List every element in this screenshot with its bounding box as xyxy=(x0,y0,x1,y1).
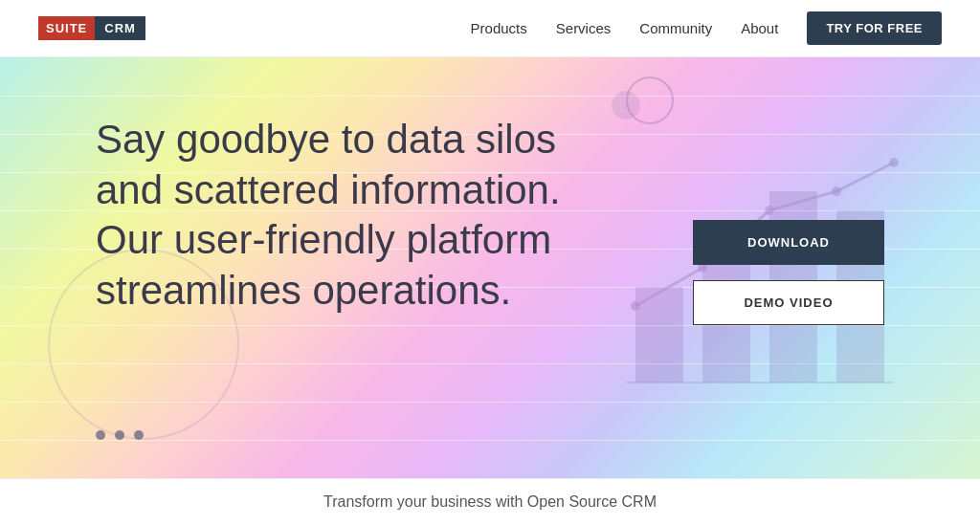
carousel-dots xyxy=(96,430,144,440)
carousel-dot-3[interactable] xyxy=(134,430,144,440)
hero-heading: Say goodbye to data silos and scattered … xyxy=(96,115,632,316)
hero-content: Say goodbye to data silos and scattered … xyxy=(96,115,632,344)
main-nav: Products Services Community About TRY FO… xyxy=(471,11,942,45)
nav-products[interactable]: Products xyxy=(471,20,527,36)
h-line xyxy=(0,96,980,97)
nav-services[interactable]: Services xyxy=(556,20,612,36)
svg-point-6 xyxy=(765,206,774,215)
footer-strip-text: Transform your business with Open Source… xyxy=(323,493,657,511)
svg-point-4 xyxy=(631,301,640,311)
header: SUITE CRM Products Services Community Ab… xyxy=(0,0,980,57)
carousel-dot-1[interactable] xyxy=(96,430,105,440)
nav-about[interactable]: About xyxy=(741,20,778,36)
svg-point-8 xyxy=(889,158,899,167)
demo-video-button[interactable]: DEMO VIDEO xyxy=(693,280,884,325)
logo-suite: SUITE xyxy=(38,16,95,40)
hero-buttons: DOWNLOAD DEMO VIDEO xyxy=(693,220,884,325)
footer-strip: Transform your business with Open Source… xyxy=(0,478,980,525)
logo-crm: CRM xyxy=(95,16,145,40)
h-line xyxy=(0,440,980,441)
logo[interactable]: SUITE CRM xyxy=(38,16,145,40)
nav-community[interactable]: Community xyxy=(639,20,712,36)
download-button[interactable]: DOWNLOAD xyxy=(693,220,884,265)
try-for-free-button[interactable]: TRY FOR FREE xyxy=(807,11,942,45)
carousel-dot-2[interactable] xyxy=(115,430,124,440)
hero-section: Say goodbye to data silos and scattered … xyxy=(0,57,980,478)
svg-point-7 xyxy=(832,186,841,196)
